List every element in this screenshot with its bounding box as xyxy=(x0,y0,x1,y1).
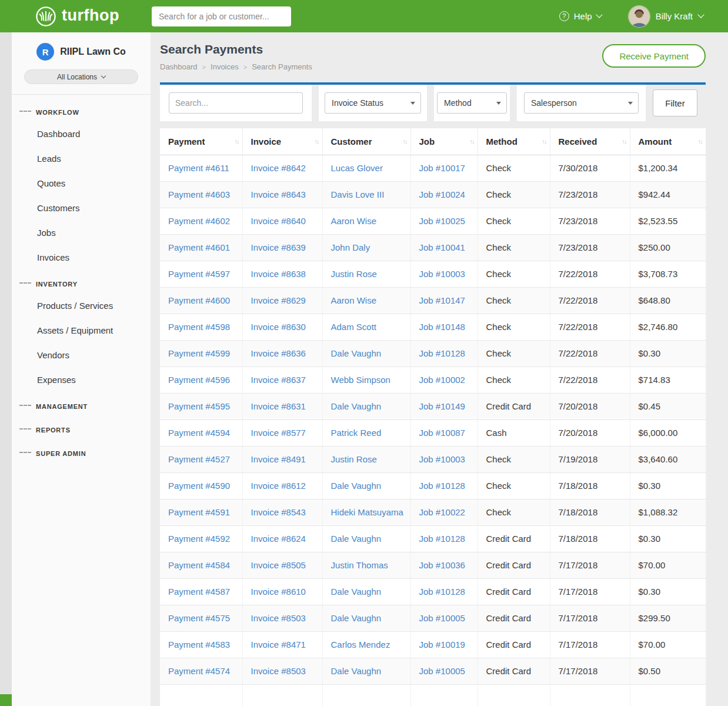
payment-link[interactable]: Payment #4602 xyxy=(168,216,230,226)
payment-link[interactable]: Payment #4590 xyxy=(168,481,230,491)
breadcrumb-link[interactable]: Dashboard xyxy=(160,62,198,71)
invoice-link[interactable]: Invoice #8624 xyxy=(251,534,306,544)
job-link[interactable]: Job #10128 xyxy=(419,587,465,597)
job-link[interactable]: Job #10087 xyxy=(419,428,465,438)
salesperson-select[interactable]: Salesperson xyxy=(524,92,639,114)
payment-link[interactable]: Payment #4596 xyxy=(168,375,230,385)
sort-icon[interactable]: ↑↓ xyxy=(622,138,626,145)
column-header-invoice[interactable]: Invoice↑↓ xyxy=(242,128,322,155)
location-selector[interactable]: All Locations xyxy=(24,69,138,84)
app-logo[interactable]: turfhop xyxy=(0,6,151,27)
sidebar-item-invoices[interactable]: Invoices xyxy=(12,245,151,270)
sort-icon[interactable]: ↑↓ xyxy=(315,138,319,145)
invoice-link[interactable]: Invoice #8642 xyxy=(251,163,306,173)
invoice-status-select[interactable]: Invoice Status xyxy=(325,92,421,114)
column-header-method[interactable]: Method↑↓ xyxy=(477,128,550,155)
invoice-link[interactable]: Invoice #8577 xyxy=(251,428,306,438)
invoice-link[interactable]: Invoice #8636 xyxy=(251,348,306,358)
invoice-link[interactable]: Invoice #8610 xyxy=(251,587,306,597)
payment-link[interactable]: Payment #4598 xyxy=(168,322,230,332)
receive-payment-button[interactable]: Receive Payment xyxy=(602,44,706,68)
sort-icon[interactable]: ↑↓ xyxy=(235,138,239,145)
sidebar-section-super-admin[interactable]: SUPER ADMIN xyxy=(12,439,151,463)
sidebar-item-dashboard[interactable]: Dashboard xyxy=(12,122,151,146)
filter-button[interactable]: Filter xyxy=(653,89,697,116)
global-search-input[interactable] xyxy=(152,6,291,26)
customer-link[interactable]: Dale Vaughn xyxy=(331,613,382,623)
job-link[interactable]: Job #10002 xyxy=(419,375,465,385)
sidebar-item-leads[interactable]: Leads xyxy=(12,146,151,171)
sidebar-item-customers[interactable]: Customers xyxy=(12,196,151,221)
sidebar-item-jobs[interactable]: Jobs xyxy=(12,221,151,245)
sidebar-item-expenses[interactable]: Expenses xyxy=(12,368,151,392)
sidebar-item-assets-equipment[interactable]: Assets / Equipment xyxy=(12,318,151,343)
customer-link[interactable]: Dale Vaughn xyxy=(331,587,382,597)
payment-link[interactable]: Payment #4583 xyxy=(168,640,230,650)
payment-link[interactable]: Payment #4584 xyxy=(168,560,230,570)
job-link[interactable]: Job #10041 xyxy=(419,242,465,252)
method-select[interactable]: Method xyxy=(437,92,507,114)
invoice-link[interactable]: Invoice #8471 xyxy=(251,640,306,650)
invoice-link[interactable]: Invoice #8631 xyxy=(251,401,306,411)
sort-icon[interactable]: ↑↓ xyxy=(470,138,474,145)
customer-link[interactable]: Dale Vaughn xyxy=(331,348,382,358)
invoice-link[interactable]: Invoice #8503 xyxy=(251,666,306,676)
customer-link[interactable]: Dale Vaughn xyxy=(331,481,382,491)
customer-link[interactable]: Aaron Wise xyxy=(331,295,377,305)
invoice-link[interactable]: Invoice #8630 xyxy=(251,322,306,332)
job-link[interactable]: Job #10128 xyxy=(419,348,465,358)
column-header-amount[interactable]: Amount↑↓ xyxy=(630,128,706,155)
invoice-link[interactable]: Invoice #8543 xyxy=(251,507,306,517)
user-menu[interactable]: Billy Kraft xyxy=(629,6,703,27)
job-link[interactable]: Job #10128 xyxy=(419,534,465,544)
job-link[interactable]: Job #10003 xyxy=(419,269,465,279)
invoice-link[interactable]: Invoice #8640 xyxy=(251,216,306,226)
job-link[interactable]: Job #10025 xyxy=(419,216,465,226)
job-link[interactable]: Job #10019 xyxy=(419,640,465,650)
job-link[interactable]: Job #10128 xyxy=(419,481,465,491)
invoice-link[interactable]: Invoice #8637 xyxy=(251,375,306,385)
customer-link[interactable]: Hideki Matsuyama xyxy=(331,507,403,517)
customer-link[interactable]: Lucas Glover xyxy=(331,163,383,173)
payment-link[interactable]: Payment #4611 xyxy=(168,163,229,173)
chat-widget-partial[interactable] xyxy=(0,694,12,706)
help-menu[interactable]: ? Help xyxy=(559,11,602,21)
payment-link[interactable]: Payment #4597 xyxy=(168,269,230,279)
customer-link[interactable]: Davis Love III xyxy=(331,189,385,199)
payment-link[interactable]: Payment #4574 xyxy=(168,666,230,676)
sidebar-item-quotes[interactable]: Quotes xyxy=(12,171,151,196)
customer-link[interactable]: Dale Vaughn xyxy=(331,534,382,544)
payment-link[interactable]: Payment #4592 xyxy=(168,534,230,544)
job-link[interactable]: Job #10005 xyxy=(419,666,465,676)
job-link[interactable]: Job #10024 xyxy=(419,189,465,199)
customer-link[interactable]: Justin Rose xyxy=(331,269,377,279)
sidebar-item-vendors[interactable]: Vendors xyxy=(12,343,151,368)
invoice-link[interactable]: Invoice #8491 xyxy=(251,454,306,464)
column-header-payment[interactable]: Payment↑↓ xyxy=(160,128,242,155)
sort-icon[interactable]: ↑↓ xyxy=(542,138,546,145)
customer-link[interactable]: Justin Thomas xyxy=(331,560,388,570)
payment-link[interactable]: Payment #4594 xyxy=(168,428,230,438)
customer-link[interactable]: Patrick Reed xyxy=(331,428,382,438)
payments-search-input[interactable] xyxy=(169,92,303,114)
customer-link[interactable]: Adam Scott xyxy=(331,322,377,332)
customer-link[interactable]: Aaron Wise xyxy=(331,216,377,226)
job-link[interactable]: Job #10005 xyxy=(419,613,465,623)
invoice-link[interactable]: Invoice #8629 xyxy=(251,295,306,305)
column-header-received[interactable]: Received↑↓ xyxy=(550,128,630,155)
payment-link[interactable]: Payment #4599 xyxy=(168,348,230,358)
job-link[interactable]: Job #10022 xyxy=(419,507,465,517)
sidebar-section-reports[interactable]: REPORTS xyxy=(12,416,151,439)
job-link[interactable]: Job #10148 xyxy=(419,322,465,332)
payment-link[interactable]: Payment #4603 xyxy=(168,189,230,199)
payment-link[interactable]: Payment #4527 xyxy=(168,454,230,464)
invoice-link[interactable]: Invoice #8612 xyxy=(251,481,306,491)
customer-link[interactable]: Carlos Mendez xyxy=(331,640,390,650)
customer-link[interactable]: Dale Vaughn xyxy=(331,401,382,411)
customer-link[interactable]: Justin Rose xyxy=(331,454,377,464)
payment-link[interactable]: Payment #4595 xyxy=(168,401,230,411)
job-link[interactable]: Job #10036 xyxy=(419,560,465,570)
job-link[interactable]: Job #10003 xyxy=(419,454,465,464)
invoice-link[interactable]: Invoice #8639 xyxy=(251,242,306,252)
sidebar-section-workflow[interactable]: WORKFLOW xyxy=(12,98,151,122)
